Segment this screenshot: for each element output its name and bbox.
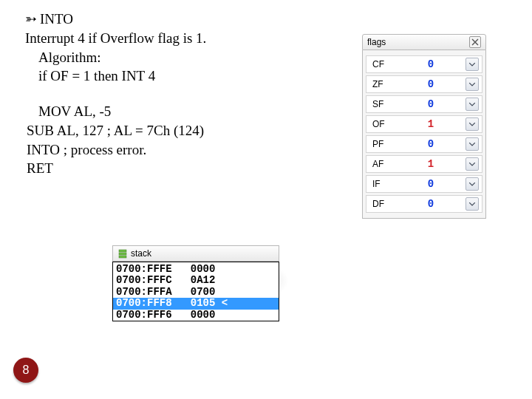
flag-value: 1 [423,118,439,130]
flags-panel: flags CF0ZF0SF0OF1PF0AF1IF0DF0 [362,34,486,219]
flag-row-zf[interactable]: ZF0 [366,75,482,93]
stack-icon [117,248,128,259]
flag-value: 1 [423,158,439,170]
stack-title-text: stack [131,246,151,261]
flag-row-af[interactable]: AF1 [366,155,482,173]
flag-name: PF [366,139,423,149]
stack-body: 0700:FFFE 00000700:FFFC 0A120700:FFFA 07… [112,262,279,321]
chevron-down-icon[interactable] [466,137,479,151]
flag-name: AF [366,159,423,169]
svg-rect-0 [119,250,126,252]
chevron-down-icon[interactable] [466,58,479,71]
flag-value: 0 [423,78,439,90]
flag-row-cf[interactable]: CF0 [366,55,482,73]
flag-name: ZF [366,79,423,89]
flag-row-of[interactable]: OF1 [366,115,482,133]
close-icon[interactable] [469,36,481,48]
flags-title-text: flags [367,35,386,50]
flag-value: 0 [423,98,439,110]
stack-row[interactable]: 0700:FFF8 0105 < [113,298,279,309]
page-number: 8 [23,364,30,377]
bullet-into: ➳INTO [25,10,532,28]
flag-value: 0 [423,198,439,210]
bullet-glyph: ➳ [25,10,37,28]
stack-row[interactable]: 0700:FFFC 0A12 [113,275,279,286]
bullet-label: INTO [40,11,73,27]
chevron-down-icon[interactable] [466,117,479,131]
stack-row[interactable]: 0700:FFFE 0000 [113,264,279,275]
flag-row-pf[interactable]: PF0 [366,135,482,153]
flag-value: 0 [423,138,439,150]
flag-row-df[interactable]: DF0 [366,195,482,213]
flag-name: CF [366,59,423,69]
flag-name: SF [366,99,423,109]
svg-rect-2 [119,256,126,258]
stack-row[interactable]: 0700:FFFA 0700 [113,287,279,298]
flag-row-sf[interactable]: SF0 [366,95,482,113]
chevron-down-icon[interactable] [466,78,479,91]
chevron-down-icon[interactable] [466,197,479,211]
flag-name: OF [366,119,423,129]
flag-row-if[interactable]: IF0 [366,175,482,193]
chevron-down-icon[interactable] [466,177,479,191]
flag-value: 0 [423,178,439,190]
flags-body: CF0ZF0SF0OF1PF0AF1IF0DF0 [362,50,486,219]
stack-titlebar[interactable]: stack [112,245,279,262]
page-number-badge: 8 [13,358,38,383]
chevron-down-icon[interactable] [466,98,479,111]
stack-row[interactable]: 0700:FFF6 0000 [113,310,279,321]
stack-panel: stack 0700:FFFE 00000700:FFFC 0A120700:F… [112,245,279,321]
flag-name: DF [366,199,423,209]
chevron-down-icon[interactable] [466,157,479,171]
flag-value: 0 [423,58,439,70]
flag-name: IF [366,179,423,189]
flags-titlebar[interactable]: flags [362,34,486,50]
svg-rect-1 [119,253,126,255]
